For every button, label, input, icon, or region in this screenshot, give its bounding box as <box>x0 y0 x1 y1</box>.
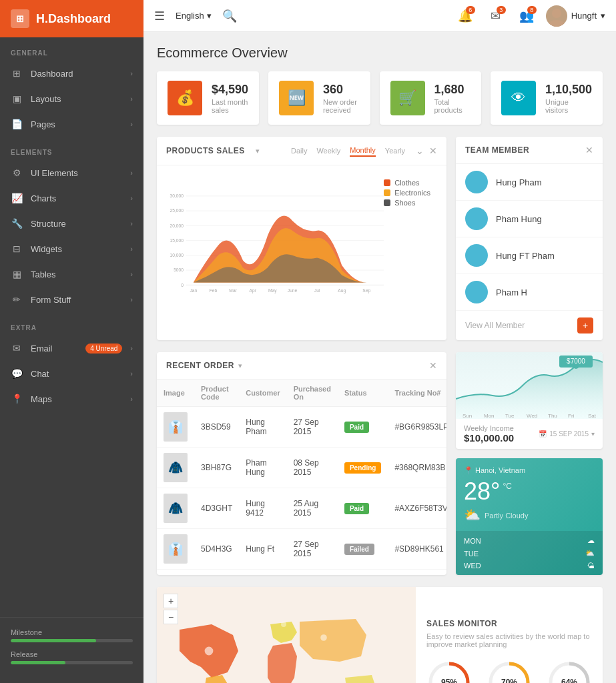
layouts-icon: ▣ <box>11 93 23 104</box>
chevron-down-icon: ▾ <box>207 11 212 21</box>
milestone-progress-fill <box>11 639 96 642</box>
income-info: Weekly Income $10,000.00 📅 15 SEP 2015 ▾ <box>456 419 603 449</box>
notifications-button[interactable]: 🔔 6 <box>454 5 477 27</box>
widgets-icon: ⊟ <box>11 243 23 254</box>
chevron-right-icon: › <box>130 194 133 202</box>
zoom-in-button[interactable]: + <box>164 594 178 608</box>
sidebar-item-label: Charts <box>31 193 56 203</box>
language-selector[interactable]: English ▾ <box>176 11 212 21</box>
stat-info: 360 New order received <box>323 83 359 114</box>
team-member-item: Pham H <box>456 274 603 311</box>
second-panels-row: RECENT ORDER ▾ ✕ Image Product Code Cust… <box>157 352 603 575</box>
income-label: Weekly Income <box>464 424 514 432</box>
stat-card-orders: 🆕 360 New order received <box>268 71 370 125</box>
order-panel-header: RECENT ORDER ▾ ✕ <box>157 352 446 380</box>
sidebar-item-ui-elements[interactable]: ⚙ UI Elements › <box>0 160 143 185</box>
main-area: ☰ English ▾ 🔍 🔔 6 ✉ 3 👥 8 Hungft ▾ Ecomm… <box>143 0 616 683</box>
tab-monthly[interactable]: Monthly <box>350 145 376 157</box>
member-avatar <box>465 281 488 303</box>
member-avatar <box>465 171 488 193</box>
close-team-button[interactable]: ✕ <box>585 145 593 155</box>
sidebar-item-structure[interactable]: 🔧 Structure › <box>0 211 143 236</box>
messages-button[interactable]: ✉ 3 <box>485 5 507 27</box>
tables-icon: ▦ <box>11 269 23 279</box>
orders-value: 360 <box>323 83 359 97</box>
col-purchased-on: Purchased On <box>287 380 338 407</box>
team-member-item: Hung FT Pham <box>456 237 603 274</box>
legend-shoes: Shoes <box>384 199 430 207</box>
order-dropdown-icon[interactable]: ▾ <box>238 362 242 370</box>
close-chart-button[interactable]: ✕ <box>429 145 437 156</box>
sidebar-item-form-stuff[interactable]: ✏ Form Stuff › <box>0 287 143 312</box>
alerts-button[interactable]: 👥 8 <box>515 5 538 27</box>
sidebar-item-widgets[interactable]: ⊟ Widgets › <box>0 236 143 261</box>
purchase-date: 27 Sep 2015 <box>287 407 338 448</box>
income-chart: $7000 Sun Mon Tue Wed Thu Fri Sat <box>456 352 603 419</box>
sidebar-item-label: Form Stuff <box>31 295 71 305</box>
svg-text:20,000: 20,000 <box>170 223 184 228</box>
customer-name: Hung Ft <box>239 529 286 570</box>
chevron-right-icon: › <box>130 69 133 77</box>
svg-text:Sun: Sun <box>463 413 472 419</box>
sidebar-item-maps[interactable]: 📍 Maps › <box>0 386 143 412</box>
forecast-item-mon: MON ☁ <box>464 536 595 545</box>
status-badge: Pending <box>344 462 381 474</box>
milestone-label: Milestone <box>11 628 133 636</box>
stat-info: 1,10,500 Unigue visitors <box>545 83 592 114</box>
chevron-right-icon: › <box>130 295 133 303</box>
weather-location: 📍 Hanoi, Vietnam <box>464 466 528 475</box>
view-all-members-link[interactable]: View All Member <box>465 321 525 330</box>
svg-text:70%: 70% <box>501 678 517 684</box>
content-area: Ecommerce Overview 💰 $4,590 Last month s… <box>143 32 616 683</box>
svg-text:Fri: Fri <box>568 413 575 419</box>
svg-point-35 <box>205 647 214 656</box>
weather-icon: ⛅ <box>464 507 481 523</box>
sales-label: Last month sales <box>212 98 248 114</box>
svg-text:64%: 64% <box>561 678 577 684</box>
collapse-icon[interactable]: ⌄ <box>416 145 424 156</box>
tab-daily[interactable]: Daily <box>291 145 307 156</box>
section-label-general: GENERAL <box>0 37 143 61</box>
customer-name: Pham Hung <box>239 448 286 488</box>
chevron-right-icon: › <box>130 245 133 253</box>
chat-icon: 💬 <box>11 368 23 379</box>
purchase-date: 25 Aug 2015 <box>287 488 338 529</box>
language-label: English <box>176 11 204 21</box>
sidebar-item-dashboard[interactable]: ⊞ Dashboard › <box>0 61 143 86</box>
orders-label: New order received <box>323 98 359 114</box>
svg-text:5000: 5000 <box>174 267 184 272</box>
sidebar-item-label: Tables <box>31 269 56 279</box>
sidebar-item-tables[interactable]: ▦ Tables › <box>0 261 143 287</box>
member-name: Pham H <box>496 287 527 297</box>
forecast-icon: 🌤 <box>587 562 595 570</box>
circle-chart-bd: 70% <box>486 659 533 684</box>
tracking-number: #SD89HK561 <box>388 529 446 570</box>
map-panel: + − <box>157 587 603 683</box>
product-image: 👔 <box>164 534 188 564</box>
circle-chart-us: 95% <box>426 659 473 684</box>
tab-weekly[interactable]: Weekly <box>316 145 340 156</box>
customer-name: Hung 9412 <box>239 488 286 529</box>
sidebar-item-chat[interactable]: 💬 Chat › <box>0 361 143 386</box>
sidebar-item-label: Pages <box>31 119 55 129</box>
sidebar-item-email[interactable]: ✉ Email 4 Unread › <box>0 335 143 361</box>
tab-yearly[interactable]: Yearly <box>385 145 405 156</box>
close-order-button[interactable]: ✕ <box>429 360 437 371</box>
chevron-right-icon: › <box>130 95 133 103</box>
chart-dropdown-icon[interactable]: ▾ <box>256 147 260 155</box>
sidebar-item-charts[interactable]: 📈 Charts › <box>0 185 143 211</box>
add-member-button[interactable]: + <box>577 317 593 333</box>
sidebar-item-pages[interactable]: 📄 Pages › <box>0 111 143 137</box>
zoom-out-button[interactable]: − <box>164 610 178 624</box>
visitors-label: Unigue visitors <box>545 98 592 114</box>
chevron-right-icon: › <box>130 344 133 352</box>
maps-icon: 📍 <box>11 394 23 404</box>
member-avatar <box>465 207 488 230</box>
svg-text:Jan: Jan <box>190 288 197 293</box>
search-button[interactable]: 🔍 <box>222 9 237 23</box>
svg-text:Feb: Feb <box>210 288 218 293</box>
sidebar-item-layouts[interactable]: ▣ Layouts › <box>0 86 143 111</box>
user-menu[interactable]: Hungft ▾ <box>546 5 605 27</box>
menu-toggle-button[interactable]: ☰ <box>154 9 165 23</box>
sidebar-logo[interactable]: ⊞ H.Dashboard <box>0 0 143 37</box>
